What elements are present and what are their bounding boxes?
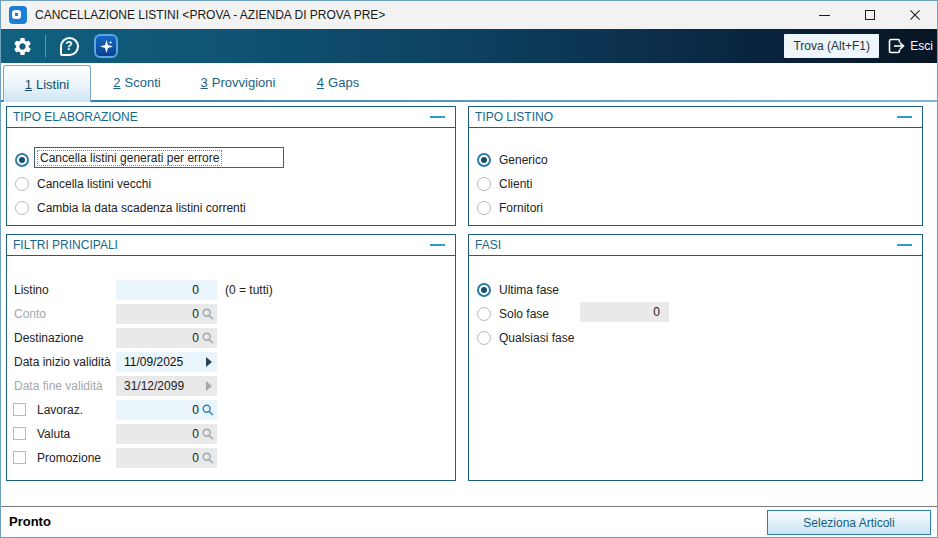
search-icon	[201, 331, 215, 345]
radio-cancella-errore[interactable]: Cancella listini generati per errore	[7, 150, 455, 170]
promozione-input: 0	[116, 448, 217, 468]
close-button[interactable]	[892, 1, 937, 29]
promozione-checkbox[interactable]	[13, 451, 26, 464]
search-icon	[201, 451, 215, 465]
radio-icon	[477, 153, 491, 167]
row-data-inizio: Data inizio validità 11/09/2025	[7, 352, 455, 372]
radio-icon	[15, 201, 29, 215]
radio-generico[interactable]: Generico	[469, 150, 922, 170]
search-icon	[201, 307, 215, 321]
radio-fornitori[interactable]: Fornitori	[469, 198, 922, 218]
radio-icon	[15, 153, 29, 167]
group-title: TIPO LISTINO	[475, 110, 897, 124]
maximize-button[interactable]	[847, 1, 892, 29]
conto-input: 0	[116, 304, 217, 324]
tab-strip: 1Listini 2Sconti 3Provvigioni 4Gaps	[1, 63, 937, 102]
exit-icon	[886, 36, 906, 56]
group-fasi: FASI Ultima fase Solo fase 0 Qualsiasi f…	[468, 234, 923, 481]
radio-cancella-vecchi[interactable]: Cancella listini vecchi	[7, 174, 455, 194]
row-destinazione: Destinazione 0	[7, 328, 455, 348]
radio-icon	[477, 331, 491, 345]
window-controls	[802, 1, 937, 29]
find-button[interactable]: Trova (Alt+F1)	[784, 34, 879, 58]
help-icon: ?	[60, 37, 79, 56]
maximize-icon	[865, 10, 875, 20]
help-button[interactable]: ?	[56, 33, 82, 59]
radio-icon	[477, 177, 491, 191]
search-icon[interactable]	[201, 403, 215, 417]
settings-button[interactable]	[9, 33, 35, 59]
app-window: CANCELLAZIONE LISTINI <PROVA - AZIENDA D…	[0, 0, 938, 538]
app-logo-icon	[9, 6, 27, 24]
status-text: Pronto	[9, 514, 51, 529]
calendar-arrow-icon	[206, 381, 212, 391]
search-icon	[201, 427, 215, 441]
seleziona-articoli-button[interactable]: Seleziona Articoli	[767, 510, 931, 535]
radio-icon	[477, 201, 491, 215]
group-header: FASI	[469, 235, 922, 256]
row-lavoraz: Lavoraz. 0	[7, 400, 455, 420]
group-title: FASI	[475, 238, 897, 252]
lavoraz-input[interactable]: 0	[116, 400, 217, 420]
group-title: FILTRI PRINCIPALI	[13, 238, 430, 252]
collapse-icon[interactable]	[897, 116, 912, 118]
row-listino: Listino 0 (0 = tutti)	[7, 280, 455, 300]
radio-ultima-fase[interactable]: Ultima fase	[469, 280, 922, 300]
ai-assistant-button[interactable]	[94, 34, 118, 58]
group-header: TIPO LISTINO	[469, 107, 922, 128]
radio-icon	[477, 283, 491, 297]
minimize-icon	[819, 15, 830, 16]
data-inizio-input[interactable]: 11/09/2025	[116, 352, 217, 372]
radio-solo-fase[interactable]: Solo fase 0	[469, 304, 922, 324]
group-tipo-elaborazione: TIPO ELABORAZIONE Cancella listini gener…	[6, 106, 456, 226]
tab-strip-underline	[1, 100, 937, 102]
focus-outline: Cancella listini generati per errore	[34, 147, 284, 168]
group-filtri-principali: FILTRI PRINCIPALI Listino 0 (0 = tutti) …	[6, 234, 456, 481]
tab-provvigioni[interactable]: 3Provvigioni	[183, 65, 293, 100]
calendar-arrow-icon[interactable]	[206, 357, 212, 367]
exit-button[interactable]: Esci	[886, 34, 933, 58]
group-header: FILTRI PRINCIPALI	[7, 235, 455, 256]
toolbar-divider	[45, 35, 46, 57]
window-title: CANCELLAZIONE LISTINI <PROVA - AZIENDA D…	[35, 8, 385, 22]
group-header: TIPO ELABORAZIONE	[7, 107, 455, 128]
toolbar: ? Trova (Alt+F1) Esci	[1, 29, 937, 63]
tab-gaps[interactable]: 4Gaps	[293, 65, 383, 100]
title-bar: CANCELLAZIONE LISTINI <PROVA - AZIENDA D…	[1, 1, 937, 29]
status-bar: Pronto Seleziona Articoli	[1, 506, 937, 538]
tab-sconti[interactable]: 2Sconti	[93, 65, 181, 100]
row-data-fine: Data fine validità 31/12/2099	[7, 376, 455, 396]
app-logo-ring	[12, 10, 21, 19]
minimize-button[interactable]	[802, 1, 847, 29]
gear-icon	[12, 36, 33, 57]
radio-cambia-scadenza[interactable]: Cambia la data scadenza listini correnti	[7, 198, 455, 218]
collapse-icon[interactable]	[430, 244, 445, 246]
radio-clienti[interactable]: Clienti	[469, 174, 922, 194]
group-title: TIPO ELABORAZIONE	[13, 110, 430, 124]
tab-listini[interactable]: 1Listini	[3, 65, 91, 102]
destinazione-input: 0	[116, 328, 217, 348]
radio-icon	[15, 177, 29, 191]
row-promozione: Promozione 0	[7, 448, 455, 468]
valuta-checkbox[interactable]	[13, 427, 26, 440]
radio-icon	[477, 307, 491, 321]
row-valuta: Valuta 0	[7, 424, 455, 444]
listino-hint: (0 = tutti)	[225, 283, 273, 297]
radio-qualsiasi-fase[interactable]: Qualsiasi fase	[469, 328, 922, 348]
sparkle-icon	[100, 40, 113, 53]
lavoraz-checkbox[interactable]	[13, 403, 26, 416]
data-fine-input: 31/12/2099	[116, 376, 217, 396]
collapse-icon[interactable]	[430, 116, 445, 118]
valuta-input: 0	[116, 424, 217, 444]
row-conto: Conto 0	[7, 304, 455, 324]
group-tipo-listino: TIPO LISTINO Generico Clienti Fornitori	[468, 106, 923, 226]
listino-input[interactable]: 0	[116, 280, 217, 300]
collapse-icon[interactable]	[897, 244, 912, 246]
solo-fase-input: 0	[580, 302, 669, 322]
